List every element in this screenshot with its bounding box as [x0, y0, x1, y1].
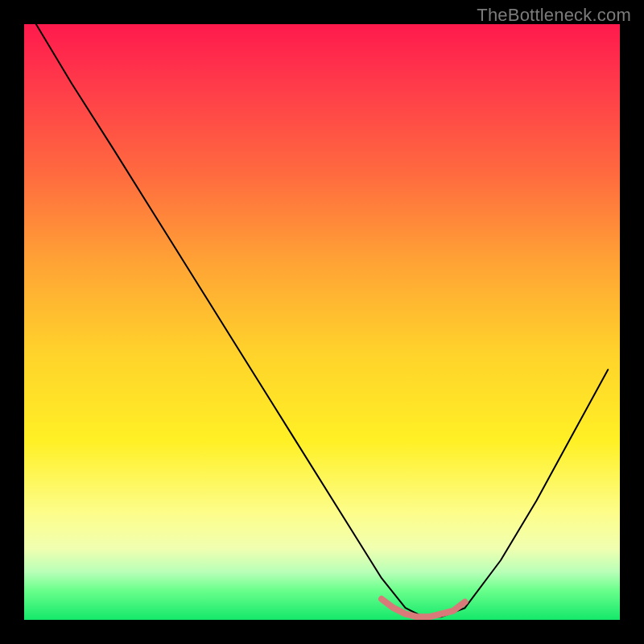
chart-frame: TheBottleneck.com: [0, 0, 644, 644]
bottleneck-curve: [36, 24, 608, 617]
plot-area: [24, 24, 620, 620]
valley-highlight: [382, 599, 465, 617]
watermark-text: TheBottleneck.com: [477, 5, 631, 26]
chart-svg: [24, 24, 620, 620]
